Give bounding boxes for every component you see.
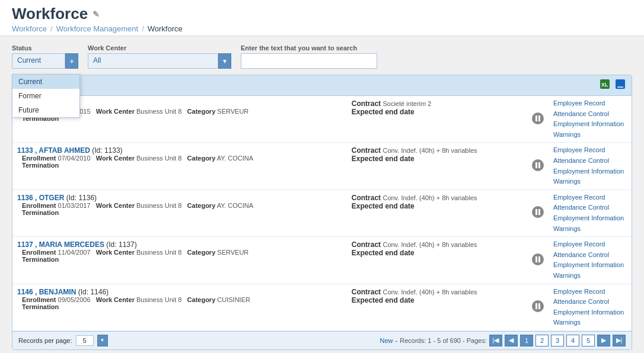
breadcrumb: Workforce / Workforce Management / Workf… [12,24,632,33]
per-page-dropdown-button[interactable]: ▼ [97,335,108,346]
table-toolbar: XL [12,75,632,96]
breadcrumb-workforce-mgmt[interactable]: Workforce Management [56,24,139,33]
status-filter-group: Status Current + [12,44,78,69]
new-link[interactable]: New [380,337,393,344]
actions-cell: Employee Record Attendance Control Emplo… [549,284,632,330]
employee-record-link[interactable]: Employee Record [553,145,627,156]
workcenter-value[interactable]: All [88,53,218,69]
status-input-row: Current + [12,53,78,69]
pause-icon [532,206,544,218]
records-per-page-label: Records per page: [18,337,72,344]
export-excel-button[interactable]: XL [598,78,611,93]
pause-icon [532,300,544,312]
page-5-button[interactable]: 5 [582,335,595,346]
export-download-button[interactable] [614,78,627,93]
employee-id: (Id: 1133) [92,146,122,155]
attendance-control-link[interactable]: Attendance Control [553,109,627,120]
employee-name-cell: 1146 , BENJAMIN (Id: 1146) Enrollment 09… [12,284,347,330]
table-row: (Id: 1089) Enrollment 11/11/2015 Work Ce… [12,96,632,143]
app-title-text: Workforce [12,5,88,23]
breadcrumb-workforce[interactable]: Workforce [12,24,47,33]
employee-id: (Id: 1146) [78,288,109,296]
pause-icon-cell[interactable] [527,284,549,330]
per-page-value[interactable]: 5 [76,335,94,346]
attendance-control-link[interactable]: Attendance Control [553,297,627,307]
employment-info-link[interactable]: Employment Information [553,260,627,271]
contract-cell: Contract Conv. Indef. (40h) + 8h variabl… [347,143,527,190]
pagination-separator: - [396,337,398,344]
employee-name-cell: 1133 , AFTAB AHMED (Id: 1133) Enrollment… [12,143,347,190]
breadcrumb-current: Workforce [148,24,183,33]
pause-icon-cell[interactable] [527,96,549,143]
excel-icon: XL [600,79,610,89]
page-last-button[interactable]: ▶| [613,335,626,346]
attendance-control-link[interactable]: Attendance Control [553,250,627,261]
employment-info-link[interactable]: Employment Information [553,213,627,224]
pause-icon [532,113,544,124]
main-content: Status Current + Work Center All ▼ Enter… [0,36,644,353]
warnings-link[interactable]: Warnings [553,130,627,140]
employee-id: (Id: 1137) [106,240,136,249]
records-per-page: Records per page: 5 ▼ [18,335,108,346]
employment-info-link[interactable]: Employment Information [553,307,627,318]
actions-cell: Employee Record Attendance Control Emplo… [549,96,632,143]
actions-cell: Employee Record Attendance Control Emplo… [549,190,632,236]
employee-name-link[interactable]: 1137 , MARIA MERCEDES [17,240,104,249]
contract-cell: Contract Conv. Indef. (40h) + 8h variabl… [347,237,527,284]
workcenter-input-row: All ▼ [88,53,231,69]
page-first-button[interactable]: |◀ [489,335,502,346]
page-3-button[interactable]: 3 [551,335,564,346]
employee-name-link[interactable]: 1133 , AFTAB AHMED [17,146,90,155]
employee-name-cell: 1137 , MARIA MERCEDES (Id: 1137) Enrollm… [12,237,347,284]
app-header: Workforce ✎ Workforce / Workforce Manage… [0,0,644,36]
status-add-button[interactable]: + [65,53,78,69]
app-title-bar: Workforce ✎ [12,5,632,23]
pause-icon-cell[interactable] [527,237,549,284]
contract-cell: Contract Conv. Indef. (40h) + 8h variabl… [347,190,527,236]
status-value[interactable]: Current [12,53,65,69]
page-2-button[interactable]: 2 [535,335,549,346]
breadcrumb-sep1: / [50,24,53,33]
dropdown-item-former[interactable]: Former [12,89,79,103]
employee-name-link[interactable]: 1146 , BENJAMIN [17,288,76,296]
page-prev-button[interactable]: ◀ [505,335,518,346]
dropdown-item-future[interactable]: Future [12,103,79,117]
employee-details: Enrollment 11/04/2007 Work Center Busine… [17,249,342,267]
workcenter-dropdown-button[interactable]: ▼ [218,53,231,69]
workcenter-filter-group: Work Center All ▼ [88,44,231,69]
employee-id: (Id: 1136) [66,194,97,202]
svg-text:XL: XL [601,82,608,88]
page-4-button[interactable]: 4 [566,335,579,346]
employment-info-link[interactable]: Employment Information [553,166,627,177]
page-1-button[interactable]: 1 [520,335,533,346]
pause-icon [532,159,544,171]
contract-cell: Contract Conv. Indef. (40h) + 8h variabl… [347,284,527,330]
pause-icon-cell[interactable] [527,143,549,190]
employee-record-link[interactable]: Employee Record [553,98,627,109]
warnings-link[interactable]: Warnings [553,317,627,328]
search-input[interactable] [241,53,377,69]
employee-record-link[interactable]: Employee Record [553,192,627,203]
employment-info-link[interactable]: Employment Information [553,119,627,130]
employee-name-link[interactable]: 1136 , OTGER [17,194,64,202]
table-row: 1146 , BENJAMIN (Id: 1146) Enrollment 09… [12,284,632,330]
employee-record-link[interactable]: Employee Record [553,239,627,250]
edit-icon[interactable]: ✎ [93,9,100,19]
employee-record-link[interactable]: Employee Record [553,287,627,297]
table-row: 1136 , OTGER (Id: 1136) Enrollment 01/03… [12,190,632,236]
page-next-button[interactable]: ▶ [597,335,610,346]
employee-details: Enrollment 09/05/2006 Work Center Busine… [17,296,342,314]
attendance-control-link[interactable]: Attendance Control [553,203,627,213]
pause-icon-cell[interactable] [527,190,549,236]
warnings-link[interactable]: Warnings [553,271,627,281]
dropdown-item-current[interactable]: Current [12,75,79,89]
warnings-link[interactable]: Warnings [553,224,627,235]
employee-details: Enrollment 01/03/2017 Work Center Busine… [17,202,342,220]
pause-icon [532,253,544,265]
status-label: Status [12,44,78,52]
warnings-link[interactable]: Warnings [553,176,627,187]
attendance-control-link[interactable]: Attendance Control [553,156,627,166]
employee-table-container: XL (Id: 1089) Enrol [12,75,632,350]
table-row: 1137 , MARIA MERCEDES (Id: 1137) Enrollm… [12,237,632,284]
workcenter-label: Work Center [88,44,231,52]
